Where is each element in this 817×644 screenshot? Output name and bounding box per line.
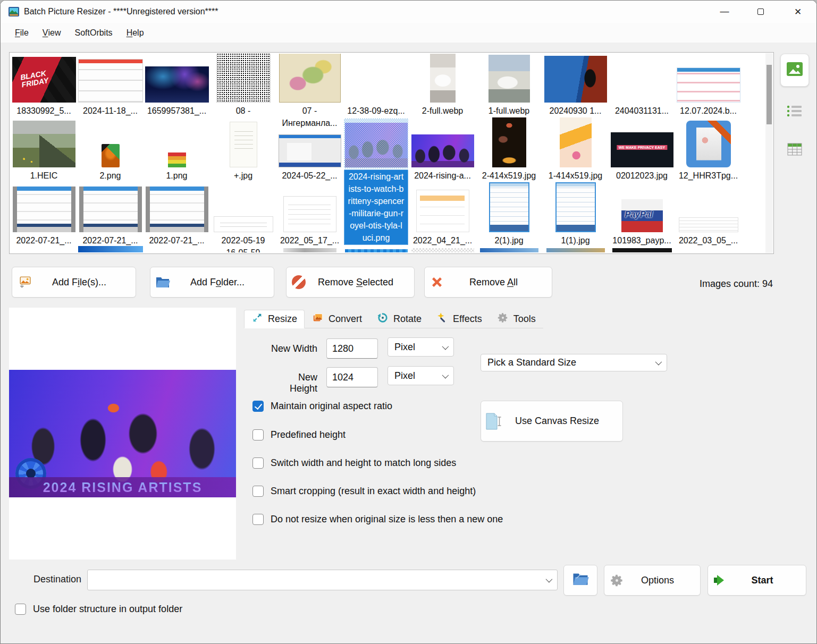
- thumbnail: [144, 118, 210, 168]
- menu-file[interactable]: File: [8, 23, 36, 43]
- title-bar: Batch Picture Resizer - ****Unregistered…: [1, 1, 816, 23]
- start-button[interactable]: Start: [707, 565, 806, 596]
- minimize-button[interactable]: —: [712, 1, 737, 23]
- tab-resize[interactable]: Resize: [244, 310, 305, 328]
- checkbox-box[interactable]: [252, 514, 264, 525]
- list-item[interactable]: 2022_05_17_...: [276, 183, 343, 248]
- tab-tools[interactable]: Tools: [490, 310, 543, 328]
- add-files-button[interactable]: Add File(s)...: [12, 267, 136, 298]
- file-list[interactable]: BLACK FRIDAY18330992_5...2024-11-18_...1…: [9, 52, 774, 254]
- remove-selected-button[interactable]: Remove Selected: [286, 267, 415, 298]
- list-item[interactable]: 2024-11-18_...: [77, 54, 144, 118]
- thumbnails-view-icon: [787, 62, 803, 78]
- checkbox-maintain-aspect[interactable]: Maintain original aspect ratio: [252, 401, 392, 412]
- new-width-input[interactable]: 1280: [326, 338, 378, 359]
- list-item[interactable]: 2024-rising-a...: [409, 118, 476, 183]
- list-item[interactable]: 1(1).jpg: [542, 183, 609, 248]
- browse-folder-icon: [572, 572, 589, 589]
- thumbnail: [210, 183, 276, 233]
- list-item[interactable]: 1.png: [144, 118, 210, 183]
- options-label: Options: [629, 575, 700, 586]
- list-item[interactable]: 2024-rising-artists-to-watch-britteny-sp…: [343, 118, 409, 183]
- list-item[interactable]: 2(1).jpg: [476, 183, 542, 248]
- maximize-button[interactable]: [748, 1, 773, 23]
- options-gear-icon: [604, 573, 629, 588]
- view-mode-thumbnails-button[interactable]: [780, 54, 809, 87]
- add-files-icon: [12, 275, 37, 290]
- list-item[interactable]: 2.png: [77, 118, 144, 183]
- thumbnail: [542, 54, 609, 104]
- use-canvas-resize-label: Use Canvas Resize: [506, 416, 622, 427]
- list-item[interactable]: 1-414x519.jpg: [542, 118, 609, 183]
- list-item[interactable]: 2022-07-21_...: [77, 183, 144, 248]
- list-item[interactable]: 2022-07-21_...: [11, 183, 77, 248]
- list-item[interactable]: 20240930 1...: [542, 54, 609, 118]
- checkbox-box[interactable]: [15, 604, 26, 615]
- add-folder-button[interactable]: Add Folder...: [150, 267, 274, 298]
- new-height-unit-select[interactable]: Pixel: [388, 366, 454, 385]
- scrollbar-thumb[interactable]: [767, 65, 772, 124]
- tab-rotate[interactable]: Rotate: [369, 310, 429, 328]
- list-item[interactable]: 08 -: [210, 54, 276, 118]
- thumbnail: [476, 183, 542, 233]
- use-canvas-resize-button[interactable]: Use Canvas Resize: [481, 401, 623, 442]
- thumbnail: [343, 118, 409, 168]
- checkbox-predefined-height[interactable]: Predefined height: [252, 429, 346, 440]
- thumbnail: [77, 54, 144, 104]
- thumbnail-grid: BLACK FRIDAY18330992_5...2024-11-18_...1…: [11, 54, 756, 252]
- thumbnail: WE MAKE PRIVACY EASY: [609, 118, 675, 168]
- list-item[interactable]: 12.07.2024.b...: [675, 54, 742, 118]
- options-button[interactable]: Options: [604, 565, 701, 596]
- list-scrollbar[interactable]: [765, 53, 773, 253]
- list-item[interactable]: 1.HEIC: [11, 118, 77, 183]
- destination-combobox[interactable]: [87, 570, 558, 590]
- list-item[interactable]: 1-full.webp: [476, 54, 542, 118]
- start-arrow-icon: [708, 574, 732, 587]
- browse-destination-button[interactable]: [563, 565, 597, 596]
- list-item[interactable]: WE MAKE PRIVACY EASY02012023.jpg: [609, 118, 675, 183]
- close-button[interactable]: ✕: [785, 1, 811, 23]
- convert-icon: [312, 312, 324, 326]
- images-count: Images count: 94: [700, 278, 773, 290]
- list-item[interactable]: PayPal101983_payp...: [609, 183, 675, 248]
- view-mode-table-button[interactable]: [787, 143, 802, 158]
- tab-convert[interactable]: Convert: [305, 310, 369, 328]
- checkbox-box[interactable]: [252, 457, 264, 469]
- new-width-unit-select[interactable]: Pixel: [388, 337, 454, 357]
- list-item[interactable]: 2022_04_21_...: [409, 183, 476, 248]
- list-item[interactable]: 2022_03_05_...: [675, 183, 742, 248]
- rotate-icon: [377, 312, 389, 326]
- list-item[interactable]: BLACK FRIDAY18330992_5...: [11, 54, 77, 118]
- checkbox-box[interactable]: [252, 401, 264, 412]
- menu-bar: File View SoftOrbits Help: [1, 23, 816, 43]
- list-item[interactable]: 07 -Ингерманла...: [276, 54, 343, 118]
- checkbox-switch-width-height[interactable]: Switch width and height to match long si…: [252, 457, 456, 469]
- menu-view[interactable]: View: [36, 23, 68, 43]
- list-item[interactable]: 1659957381_...: [144, 54, 210, 118]
- menu-help[interactable]: Help: [120, 23, 151, 43]
- standard-size-select[interactable]: Pick a Standard Size: [481, 354, 667, 371]
- thumbnail: [542, 118, 609, 168]
- menu-softorbits[interactable]: SoftOrbits: [68, 23, 119, 43]
- chevron-down-icon: [442, 371, 449, 378]
- thumbnail: BLACK FRIDAY: [11, 54, 77, 104]
- tab-effects[interactable]: Effects: [429, 310, 490, 328]
- checkbox-box[interactable]: [252, 429, 264, 440]
- view-mode-list-button[interactable]: [787, 105, 803, 120]
- app-window: Batch Picture Resizer - ****Unregistered…: [0, 0, 817, 644]
- checkbox-box[interactable]: [252, 486, 264, 497]
- list-item[interactable]: +.jpg: [210, 118, 276, 183]
- new-height-input[interactable]: 1024: [326, 367, 378, 387]
- file-name: 2024-05-22_...: [270, 170, 349, 182]
- checkbox-smart-cropping[interactable]: Smart cropping (result in exact width an…: [252, 486, 476, 497]
- checkbox-folder-structure[interactable]: Use folder structure in output folder: [15, 604, 182, 615]
- list-item[interactable]: 2404031131...: [609, 54, 675, 118]
- list-item[interactable]: 2022-05-1916-05-59: [210, 183, 276, 248]
- checkbox-no-resize-smaller[interactable]: Do not resize when original size is less…: [252, 514, 503, 525]
- list-item[interactable]: 12_HHR3Tpg...: [675, 118, 742, 183]
- remove-all-button[interactable]: Remove All: [424, 267, 552, 298]
- list-item[interactable]: 2-414x519.jpg: [476, 118, 542, 183]
- list-item[interactable]: 2022-07-21_...: [144, 183, 210, 248]
- list-item[interactable]: 2-full.webp: [409, 54, 476, 118]
- list-item[interactable]: 12-38-09-ezq...: [343, 54, 409, 118]
